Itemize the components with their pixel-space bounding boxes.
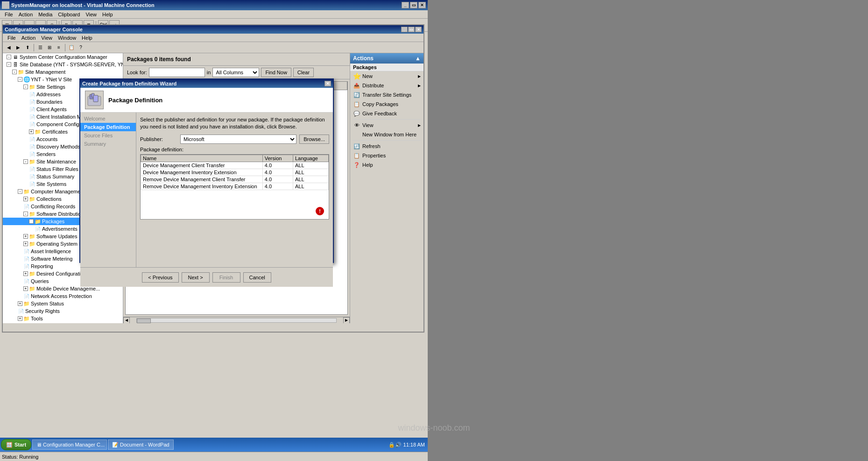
wizard-previous-btn[interactable]: < Previous xyxy=(142,272,178,283)
tree-expand-osdeploy[interactable]: + xyxy=(23,241,28,246)
cm-menu-help[interactable]: Help xyxy=(79,35,95,41)
vm-restore-btn[interactable]: ▭ xyxy=(410,2,417,8)
wizard-col-language[interactable]: Language xyxy=(293,155,328,162)
tree-item-sitemgmt[interactable]: - 📁 Site Management xyxy=(3,68,123,76)
hscroll-thumb[interactable] xyxy=(137,319,151,323)
action-feedback[interactable]: 💬 Give Feedback xyxy=(350,109,423,118)
tree-expand-sitemgmt[interactable]: - xyxy=(12,70,17,74)
tree-expand-sitesettings[interactable]: - xyxy=(23,85,28,89)
wizard-table-row[interactable]: Remove Device Management Inventory Exten… xyxy=(141,183,329,190)
wizard-table-row[interactable]: Remove Device Management Client Transfer… xyxy=(141,176,329,183)
action-help[interactable]: ❓ Help xyxy=(350,160,423,170)
scroll-right-btn[interactable]: ▶ xyxy=(343,317,350,324)
vm-menu-media[interactable]: Media xyxy=(35,10,55,18)
tree-label-sitemaint: Site Maintenance xyxy=(36,159,76,164)
cm-menu-view[interactable]: View xyxy=(38,35,55,41)
clear-button[interactable]: Clear xyxy=(293,68,314,77)
action-newwindow[interactable]: New Window from Here xyxy=(350,130,423,139)
action-properties[interactable]: 📋 Properties xyxy=(350,151,423,160)
action-view[interactable]: 👁 View ▶ xyxy=(350,121,423,130)
tree-icon-assetintel: 📄 xyxy=(23,248,30,255)
tree-item-securityrights[interactable]: 📄 Security Rights xyxy=(3,307,123,315)
tree-icon-desiredconfig: 📁 xyxy=(29,270,35,277)
wizard-next-btn[interactable]: Next > xyxy=(182,272,210,283)
action-new[interactable]: ⭐ New ▶ xyxy=(350,71,423,81)
cm-view-btn[interactable]: ⊞ xyxy=(45,43,54,52)
cm-extra-btn2[interactable]: ? xyxy=(77,43,85,52)
cm-close-btn[interactable]: ✕ xyxy=(415,27,422,32)
tree-expand-root[interactable]: - xyxy=(7,55,11,59)
cm-up-btn[interactable]: ⬆ xyxy=(23,43,32,52)
tree-expand-ynt[interactable]: - xyxy=(18,77,22,82)
action-transfer[interactable]: 🔄 Transfer Site Settings xyxy=(350,90,423,99)
wizard-browse-btn[interactable]: Browse... xyxy=(299,135,329,144)
vm-menu-file[interactable]: File xyxy=(2,10,16,18)
tree-expand-softwareupdates[interactable]: + xyxy=(23,234,28,239)
wizard-nav-sourcefiles[interactable]: Source Files xyxy=(80,131,136,140)
action-distribute-arrow: ▶ xyxy=(418,84,421,88)
tree-expand-mobiledevice[interactable]: + xyxy=(23,286,28,291)
tree-expand-desiredconfig[interactable]: + xyxy=(23,271,28,276)
vm-menu-action[interactable]: Action xyxy=(16,10,36,18)
cm-extra-btn1[interactable]: 📋 xyxy=(67,43,76,52)
tree-item-systemstatus[interactable]: + 📁 System Status xyxy=(3,300,123,307)
tree-expand-certs[interactable]: + xyxy=(29,129,34,134)
vm-close-btn[interactable]: ✕ xyxy=(418,2,426,8)
wizard-close-btn[interactable]: ✕ xyxy=(325,81,331,86)
vm-menu-view[interactable]: View xyxy=(83,10,99,18)
taskbar-item-wordpad[interactable]: 📝 Document - WordPad xyxy=(108,440,174,450)
cm-menu-window[interactable]: Window xyxy=(55,35,79,41)
action-sep-2 xyxy=(353,140,421,141)
tree-label-sitesystems: Site Systems xyxy=(36,181,66,187)
search-look-for-label: Look for: xyxy=(127,70,147,75)
taskbar-item-cm[interactable]: 🖥 Configuration Manager C... xyxy=(32,440,107,450)
wizard-nav-pkgdef[interactable]: Package Definition xyxy=(80,123,136,131)
tree-item-sitedb[interactable]: - 🗄 Site Database (YNT - SYSMGR-SERVER, … xyxy=(3,61,123,68)
action-distribute[interactable]: 📤 Distribute ▶ xyxy=(350,81,423,90)
wizard-table-row[interactable]: Device Management Client Transfer 4.0 AL… xyxy=(141,162,329,169)
cm-minimize-btn[interactable]: _ xyxy=(401,27,408,32)
cm-show-hide-btn[interactable]: ☰ xyxy=(36,43,44,52)
wizard-nav-summary[interactable]: Summary xyxy=(80,140,136,148)
tree-expand-sitedb[interactable]: - xyxy=(7,62,11,67)
wizard-col-version[interactable]: Version xyxy=(262,155,293,162)
tree-item-networkaccess[interactable]: 📄 Network Access Protection xyxy=(3,292,123,300)
cm-list-btn[interactable]: ≡ xyxy=(55,43,63,52)
tree-expand-collections[interactable]: + xyxy=(23,197,28,201)
cm-menubar: File Action View Window Help xyxy=(3,34,423,42)
tree-item-root[interactable]: - 🖥 System Center Configuration Manager xyxy=(3,53,123,61)
search-input[interactable] xyxy=(149,68,205,77)
action-refresh[interactable]: 🔃 Refresh xyxy=(350,142,423,151)
action-copy[interactable]: 📋 Copy Packages xyxy=(350,99,423,109)
start-button[interactable]: 🪟 Start xyxy=(1,439,31,450)
cm-menu-file[interactable]: File xyxy=(5,35,19,41)
wizard-cancel-btn[interactable]: Cancel xyxy=(243,272,271,283)
wizard-finish-btn[interactable]: Finish xyxy=(212,272,240,283)
cm-forward-btn[interactable]: ▶ xyxy=(14,43,22,52)
scroll-left-btn[interactable]: ◀ xyxy=(123,317,130,324)
tree-expand-tools[interactable]: + xyxy=(18,316,22,321)
tree-expand-packages[interactable]: - xyxy=(29,219,34,224)
wizard-nav-welcome[interactable]: Welcome xyxy=(80,114,136,123)
vm-menu-help[interactable]: Help xyxy=(99,10,116,18)
tree-expand-computermgmt[interactable]: - xyxy=(18,189,22,194)
wizard-publisher-combo[interactable]: Microsoft xyxy=(180,135,296,144)
start-label: Start xyxy=(14,442,26,447)
packages-header: Packages 0 items found xyxy=(123,53,350,66)
wizard-table-row[interactable]: Device Management Inventory Extension 4.… xyxy=(141,169,329,176)
tree-item-tools[interactable]: + 📁 Tools xyxy=(3,315,123,322)
search-columns-combo[interactable]: All Columns xyxy=(212,68,259,77)
tree-expand-softwaredist[interactable]: - xyxy=(23,212,28,216)
tree-label-advertisements: Advertisements xyxy=(42,226,78,232)
tree-expand-systemstatus[interactable]: + xyxy=(18,301,22,306)
cm-back-btn[interactable]: ◀ xyxy=(5,43,13,52)
tree-icon-securityrights: 📄 xyxy=(18,308,24,314)
wizard-col-name[interactable]: Name xyxy=(141,155,263,162)
vm-menu-clipboard[interactable]: Clipboard xyxy=(55,10,83,18)
tree-expand-sitemaint[interactable]: - xyxy=(23,159,28,164)
find-now-button[interactable]: Find Now xyxy=(261,68,291,77)
cm-restore-btn[interactable]: ▭ xyxy=(408,27,415,32)
actions-collapse-icon[interactable]: ▲ xyxy=(415,55,421,62)
cm-menu-action[interactable]: Action xyxy=(19,35,39,41)
vm-minimize-btn[interactable]: _ xyxy=(402,2,409,8)
